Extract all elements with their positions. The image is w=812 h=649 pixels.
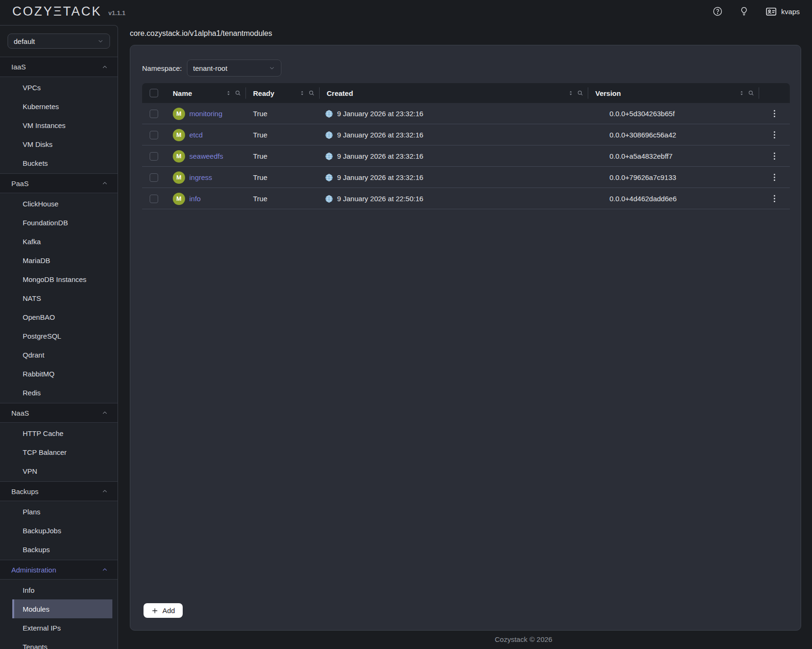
user-menu[interactable]: kvaps [765, 6, 800, 17]
column-header-actions [759, 83, 790, 103]
globe-icon [325, 131, 333, 139]
sidebar-section-administration[interactable]: Administration [0, 560, 118, 580]
table-row: M seaweedfs True 9 January 2026 at 23:32… [142, 145, 790, 167]
created-value: 9 January 2026 at 22:50:16 [337, 195, 423, 203]
module-name-link[interactable]: etcd [189, 131, 203, 139]
search-icon[interactable] [748, 90, 754, 96]
chevron-up-icon [102, 566, 108, 573]
sidebar-item-mariadb[interactable]: MariaDB [0, 251, 118, 270]
cluster-select-container: default [0, 26, 118, 57]
column-header-ready: Ready [246, 83, 320, 103]
row-menu-button[interactable] [772, 151, 777, 162]
sidebar-section-items-administration: InfoModulesExternal IPsTenants [0, 580, 118, 649]
chevron-up-icon [102, 488, 108, 495]
globe-icon [325, 110, 333, 118]
module-avatar: M [173, 108, 185, 120]
ready-value: True [246, 124, 320, 145]
sidebar-item-plans[interactable]: Plans [0, 502, 118, 521]
select-all-checkbox[interactable] [150, 89, 158, 97]
module-avatar: M [173, 193, 185, 205]
module-name-link[interactable]: monitoring [189, 110, 222, 118]
ready-value: True [246, 167, 320, 188]
sidebar-menu: IaaS VPCsKubernetesVM InstancesVM DisksB… [0, 57, 118, 649]
sidebar-item-buckets[interactable]: Buckets [0, 154, 118, 172]
theme-toggle-button[interactable] [739, 6, 749, 17]
sidebar-item-info[interactable]: Info [0, 581, 118, 599]
sidebar-section-items-iaas: VPCsKubernetesVM InstancesVM DisksBucket… [0, 77, 118, 173]
chevron-up-icon [102, 64, 108, 70]
module-name-link[interactable]: seaweedfs [189, 152, 223, 160]
sort-icon[interactable] [567, 90, 574, 96]
namespace-select[interactable]: tenant-root [187, 60, 281, 77]
row-checkbox[interactable] [150, 110, 158, 118]
sidebar-item-vpn[interactable]: VPN [0, 461, 118, 480]
row-checkbox[interactable] [150, 131, 158, 139]
app-logo: COZYΞTACK [12, 4, 102, 19]
sidebar-item-openbao[interactable]: OpenBAO [0, 307, 118, 326]
cluster-select[interactable]: default [8, 34, 110, 49]
column-header-name: Name [166, 83, 246, 103]
sidebar-item-tenants[interactable]: Tenants [0, 637, 118, 649]
add-button[interactable]: Add [144, 603, 183, 618]
row-menu-button[interactable] [772, 193, 777, 204]
search-icon[interactable] [308, 90, 315, 96]
version-value: 0.0.0+79626a7c9133 [588, 167, 759, 188]
help-button[interactable] [712, 6, 723, 17]
chevron-down-icon [269, 65, 275, 71]
sidebar-item-vm-instances[interactable]: VM Instances [0, 116, 118, 135]
sidebar-section-paas[interactable]: PaaS [0, 173, 118, 193]
app-version: v1.1.1 [109, 9, 126, 17]
sidebar-item-foundationdb[interactable]: FoundationDB [0, 213, 118, 232]
chevron-up-icon [102, 180, 108, 187]
sidebar-item-backupjobs[interactable]: BackupJobs [0, 521, 118, 540]
sidebar-item-nats[interactable]: NATS [0, 289, 118, 307]
module-name-link[interactable]: ingress [189, 173, 212, 181]
sidebar-item-kafka[interactable]: Kafka [0, 232, 118, 251]
sidebar-item-http-cache[interactable]: HTTP Cache [0, 424, 118, 443]
row-menu-button[interactable] [772, 108, 777, 119]
globe-icon [325, 173, 333, 182]
sidebar-section-backups[interactable]: Backups [0, 481, 118, 501]
search-icon[interactable] [577, 90, 584, 96]
ready-value: True [246, 103, 320, 124]
namespace-row: Namespace: tenant-root [142, 60, 281, 77]
sidebar-item-mongodb-instances[interactable]: MongoDB Instances [0, 270, 118, 289]
globe-icon [325, 195, 333, 203]
sidebar-item-vm-disks[interactable]: VM Disks [0, 135, 118, 154]
created-value: 9 January 2026 at 23:32:16 [337, 110, 423, 118]
sidebar-item-backups[interactable]: Backups [0, 540, 118, 559]
sidebar-item-tcp-balancer[interactable]: TCP Balancer [0, 443, 118, 461]
footer-text: Cozystack © 2026 [495, 635, 552, 643]
sidebar-item-rabbitmq[interactable]: RabbitMQ [0, 364, 118, 383]
module-name-link[interactable]: info [189, 195, 201, 203]
sidebar-item-redis[interactable]: Redis [0, 383, 118, 402]
version-value: 0.0.0+308696c56a42 [588, 124, 759, 145]
namespace-label: Namespace: [142, 64, 187, 72]
sidebar-item-external-ips[interactable]: External IPs [0, 618, 118, 637]
row-checkbox[interactable] [150, 152, 158, 161]
row-menu-button[interactable] [772, 172, 777, 183]
sidebar-item-postgresql[interactable]: PostgreSQL [0, 326, 118, 345]
sidebar-item-clickhouse[interactable]: ClickHouse [0, 194, 118, 213]
sort-icon[interactable] [299, 90, 305, 96]
row-checkbox[interactable] [150, 195, 158, 203]
module-avatar: M [173, 129, 185, 141]
row-checkbox[interactable] [150, 173, 158, 182]
sort-icon[interactable] [738, 90, 745, 96]
search-icon[interactable] [235, 90, 241, 96]
sidebar-section-iaas[interactable]: IaaS [0, 57, 118, 77]
sidebar-section-naas[interactable]: NaaS [0, 403, 118, 423]
row-menu-button[interactable] [772, 129, 777, 140]
sidebar-section-items-naas: HTTP CacheTCP BalancerVPN [0, 423, 118, 481]
sidebar-item-qdrant[interactable]: Qdrant [0, 345, 118, 364]
table-header-row: Name Ready Created [142, 83, 790, 103]
sidebar-item-vpcs[interactable]: VPCs [0, 78, 118, 97]
sidebar: default IaaS VPCsKubernetesVM InstancesV… [0, 25, 118, 649]
version-value: 0.0.0+a5a4832ebff7 [588, 145, 759, 167]
sort-icon[interactable] [225, 90, 232, 96]
app-header: COZYΞTACK v1.1.1 [0, 0, 812, 23]
cluster-select-value: default [14, 37, 35, 45]
created-value: 9 January 2026 at 23:32:16 [337, 152, 423, 160]
sidebar-item-modules[interactable]: Modules [12, 599, 112, 618]
sidebar-item-kubernetes[interactable]: Kubernetes [0, 97, 118, 116]
